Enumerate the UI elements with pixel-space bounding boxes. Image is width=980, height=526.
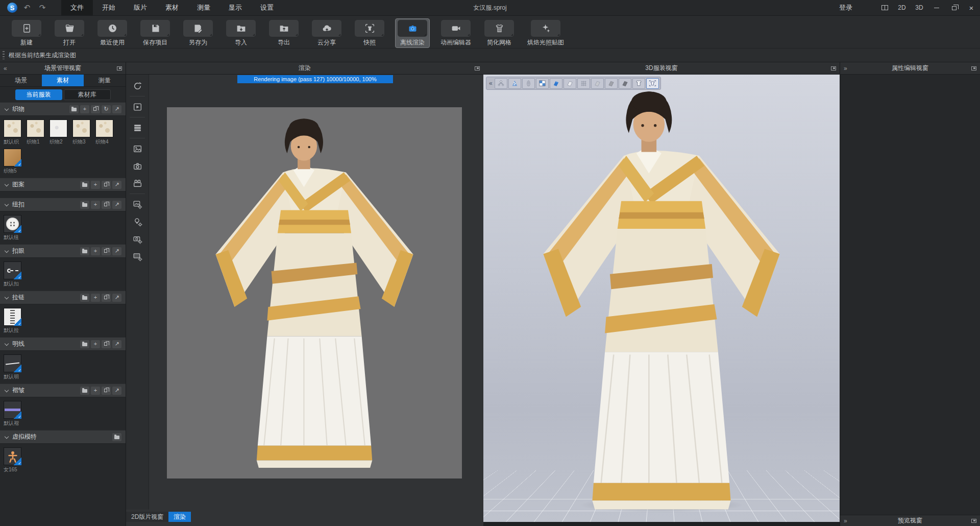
buttonhole-swatch[interactable]: ✓: [4, 261, 21, 279]
copy-icon[interactable]: [102, 387, 111, 395]
split-view-icon[interactable]: [876, 0, 893, 15]
drag-handle-icon[interactable]: [3, 51, 5, 59]
copy-icon[interactable]: [102, 181, 111, 189]
list-item[interactable]: 默认织: [4, 119, 23, 146]
export-icon[interactable]: ↗: [112, 340, 121, 348]
popout-icon[interactable]: [117, 66, 122, 70]
fabric-shaded-light-icon[interactable]: [591, 78, 604, 89]
section-fabric[interactable]: 织物 + ↻ ↗: [0, 102, 126, 116]
folder-icon[interactable]: [80, 201, 89, 209]
save-project-button[interactable]: 保存项目: [138, 18, 173, 48]
tab-scene[interactable]: 场景: [0, 75, 42, 86]
section-zipper[interactable]: 拉链 + ↗: [0, 291, 126, 304]
add-icon[interactable]: +: [80, 105, 89, 113]
chevron-down-icon[interactable]: [5, 341, 9, 345]
snapshot-button[interactable]: 快照: [352, 18, 387, 48]
chevron-down-icon[interactable]: [5, 106, 9, 110]
cloud-share-button[interactable]: 云分享: [309, 18, 344, 48]
redo-icon[interactable]: ↷: [37, 3, 48, 12]
list-item[interactable]: ✓ 默认拉: [4, 308, 23, 334]
export-icon[interactable]: ↗: [112, 387, 121, 395]
tab-2d-pattern-view[interactable]: 2D版片视窗: [126, 512, 168, 522]
expand-right-icon[interactable]: »: [844, 517, 847, 524]
menu-display[interactable]: 显示: [219, 0, 251, 15]
avatar-swatch[interactable]: ✓: [4, 447, 21, 465]
section-topstitch[interactable]: 明线 + ↗: [0, 337, 126, 351]
light-settings-icon[interactable]: [130, 214, 145, 229]
bake-lightmap-button[interactable]: 烘焙光照贴图: [525, 18, 567, 48]
view-3d-button[interactable]: 3D: [911, 0, 928, 15]
expand-right-icon[interactable]: »: [844, 65, 847, 72]
folder-icon[interactable]: [80, 294, 89, 302]
export-icon[interactable]: ↗: [112, 294, 121, 302]
add-icon[interactable]: +: [91, 294, 100, 302]
folder-icon[interactable]: [80, 181, 89, 189]
film-settings-icon[interactable]: [130, 249, 145, 264]
chevron-down-icon[interactable]: [5, 182, 9, 186]
offline-render-button[interactable]: 离线渲染: [395, 18, 430, 48]
tab-measure[interactable]: 测量: [84, 75, 126, 86]
add-icon[interactable]: +: [91, 201, 100, 209]
undo-icon[interactable]: ↶: [21, 3, 33, 12]
list-item[interactable]: ✓ 默认明: [4, 354, 23, 380]
close-button[interactable]: ×: [963, 0, 980, 15]
list-item[interactable]: ✓ 默认纽: [4, 215, 23, 241]
mannequin-icon[interactable]: [522, 78, 535, 89]
fabric-swatch[interactable]: [95, 119, 113, 137]
zipper-swatch[interactable]: ✓: [4, 308, 21, 326]
render-play-icon[interactable]: [130, 99, 145, 114]
popout-icon[interactable]: [971, 519, 976, 523]
chevron-down-icon[interactable]: [5, 388, 9, 392]
button-swatch[interactable]: ✓: [4, 215, 21, 233]
copy-icon[interactable]: [102, 294, 111, 302]
menu-pattern[interactable]: 版片: [125, 0, 156, 15]
fabric-shaded-mid-icon[interactable]: [605, 78, 618, 89]
list-item[interactable]: 织物3: [72, 119, 92, 146]
export-icon[interactable]: ↗: [112, 247, 121, 255]
chevron-down-icon[interactable]: [5, 248, 9, 252]
fabric-blue-icon[interactable]: [550, 78, 562, 89]
section-virtual-model[interactable]: 虚拟模特: [0, 430, 126, 444]
popout-icon[interactable]: [475, 66, 480, 70]
add-icon[interactable]: +: [91, 247, 100, 255]
folder-icon[interactable]: [80, 247, 89, 255]
projector-icon[interactable]: [130, 176, 145, 191]
list-item[interactable]: 织物1: [27, 119, 46, 146]
new-button[interactable]: 新建: [9, 18, 44, 48]
list-item[interactable]: 织物2: [50, 119, 69, 146]
copy-icon[interactable]: [102, 201, 111, 209]
view-2d-button[interactable]: 2D: [893, 0, 911, 15]
model-joints-icon[interactable]: [495, 78, 507, 89]
folder-icon[interactable]: [80, 387, 89, 395]
fabric-swatch[interactable]: [50, 119, 67, 137]
chevron-down-icon[interactable]: [5, 434, 9, 438]
export-icon[interactable]: ↗: [112, 181, 121, 189]
fabric-shaded-dark-icon[interactable]: [619, 78, 631, 89]
section-buttonhole[interactable]: 扣眼 + ↗: [0, 244, 126, 258]
copy-icon[interactable]: [91, 105, 100, 113]
popout-icon[interactable]: [831, 66, 836, 70]
add-icon[interactable]: +: [91, 181, 100, 189]
chevron-down-icon[interactable]: [5, 202, 9, 206]
add-icon[interactable]: +: [91, 340, 100, 348]
film-stack-icon[interactable]: [130, 120, 145, 135]
wrinkle-swatch[interactable]: ✓: [4, 401, 21, 419]
export-icon[interactable]: ↗: [112, 201, 121, 209]
shirt-icon[interactable]: [632, 78, 645, 89]
image-icon[interactable]: [130, 141, 145, 156]
tab-render-view[interactable]: 渲染: [168, 512, 191, 522]
list-item[interactable]: 织物4: [95, 119, 115, 146]
folder-icon[interactable]: [112, 433, 121, 441]
checkerboard-icon[interactable]: [536, 78, 549, 89]
menu-measure[interactable]: 测量: [188, 0, 219, 15]
section-button[interactable]: 纽扣 + ↗: [0, 198, 126, 211]
export-icon[interactable]: ↗: [112, 105, 121, 113]
menu-material[interactable]: 素材: [156, 0, 188, 15]
login-button[interactable]: 登录: [839, 3, 852, 12]
animation-editor-button[interactable]: 动画编辑器: [438, 18, 474, 48]
mesh-grid-icon[interactable]: [577, 78, 590, 89]
import-button[interactable]: 导入: [224, 18, 258, 48]
save-as-button[interactable]: 另存为: [181, 18, 215, 48]
image-settings-icon[interactable]: [130, 197, 145, 212]
copy-icon[interactable]: [102, 247, 111, 255]
